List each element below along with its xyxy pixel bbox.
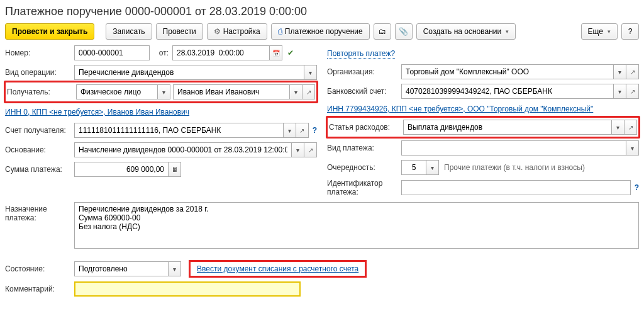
priority-dropdown[interactable]: ▾ bbox=[426, 160, 439, 175]
recipient-label: Получатель: bbox=[7, 88, 76, 96]
create-based-button[interactable]: Создать на основании bbox=[416, 23, 516, 40]
operation-dropdown[interactable]: ▾ bbox=[304, 65, 317, 80]
recipient-type-dropdown[interactable]: ▾ bbox=[158, 84, 170, 99]
print-label: Платежное поручение bbox=[285, 27, 363, 36]
expense-highlight: Статья расходов: ▾ ↗ bbox=[326, 116, 640, 139]
recipient-acct-field[interactable] bbox=[74, 123, 284, 138]
expense-label: Статья расходов: bbox=[329, 123, 403, 132]
org-label: Организация: bbox=[327, 67, 401, 76]
printer-icon: ⎙ bbox=[278, 28, 282, 35]
basis-dropdown[interactable]: ▾ bbox=[292, 142, 304, 157]
sum-field[interactable] bbox=[74, 162, 169, 177]
recipient-acct-help[interactable]: ? bbox=[313, 126, 317, 135]
expense-dropdown[interactable]: ▾ bbox=[612, 120, 625, 135]
ptype-dropdown[interactable]: ▾ bbox=[626, 140, 639, 156]
repeat-payment-link[interactable]: Повторять платеж? bbox=[327, 49, 395, 59]
priority-note: Прочие платежи (в т.ч. налоги и взносы) bbox=[444, 163, 585, 172]
comment-label: Комментарий: bbox=[5, 285, 74, 293]
writeoff-link[interactable]: Ввести документ списания с расчетного сч… bbox=[197, 264, 358, 273]
basis-field[interactable] bbox=[74, 142, 292, 157]
attach-button[interactable]: 📎 bbox=[395, 23, 413, 40]
date-label: от: bbox=[150, 48, 172, 57]
status-label: Состояние: bbox=[5, 264, 74, 273]
help-icon: ? bbox=[628, 27, 633, 36]
operation-label: Вид операции: bbox=[5, 68, 74, 77]
ptype-label: Вид платежа: bbox=[327, 144, 401, 152]
pid-field[interactable] bbox=[401, 180, 631, 195]
toolbar: Провести и закрыть Записать Провести ⚙На… bbox=[5, 23, 639, 40]
org-inn-link[interactable]: ИНН 7799434926, КПП <не требуется>, ООО … bbox=[327, 105, 593, 113]
calculator-icon: 🖩 bbox=[172, 166, 178, 173]
expense-field[interactable] bbox=[403, 120, 612, 135]
posted-icon: ✔ bbox=[287, 49, 294, 57]
comment-field[interactable] bbox=[74, 281, 301, 297]
calendar-button[interactable]: 📅 bbox=[270, 45, 282, 60]
recipient-acct-label: Счет получателя: bbox=[5, 126, 74, 135]
more-button[interactable]: Еще bbox=[581, 23, 618, 40]
writeoff-highlight: Ввести документ списания с расчетного сч… bbox=[189, 260, 367, 278]
sum-label: Сумма платежа: bbox=[5, 165, 74, 174]
bank-dropdown[interactable]: ▾ bbox=[614, 84, 626, 99]
help-button[interactable]: ? bbox=[621, 23, 639, 40]
basis-open[interactable]: ↗ bbox=[304, 142, 317, 157]
calendar-icon: 📅 bbox=[272, 50, 280, 57]
ptype-field[interactable] bbox=[401, 140, 626, 156]
print-button[interactable]: ⎙Платежное поручение bbox=[271, 23, 370, 40]
recipient-name-open[interactable]: ↗ bbox=[303, 84, 315, 99]
structure-icon: 🗂 bbox=[379, 28, 386, 35]
date-field[interactable] bbox=[172, 45, 270, 60]
basis-label: Основание: bbox=[5, 145, 74, 154]
save-button[interactable]: Записать bbox=[106, 23, 152, 40]
pid-help[interactable]: ? bbox=[635, 183, 639, 192]
operation-field[interactable] bbox=[74, 65, 304, 80]
recipient-inn-link[interactable]: ИНН 0, КПП <не требуется>, Иванов Иван И… bbox=[5, 108, 189, 116]
pid-label: Идентификатор платежа: bbox=[327, 179, 401, 196]
recipient-name-field[interactable] bbox=[173, 84, 290, 99]
sum-calc-button[interactable]: 🖩 bbox=[169, 162, 181, 177]
recipient-name-dropdown[interactable]: ▾ bbox=[290, 84, 303, 99]
bank-field[interactable] bbox=[401, 84, 614, 99]
recipient-type-field[interactable] bbox=[76, 84, 158, 99]
post-and-close-button[interactable]: Провести и закрыть bbox=[5, 23, 94, 40]
recipient-highlight: Получатель: ▾ ▾ ↗ bbox=[4, 81, 318, 103]
gear-icon: ⚙ bbox=[214, 28, 221, 35]
priority-label: Очередность: bbox=[327, 163, 401, 172]
org-open[interactable]: ↗ bbox=[626, 64, 639, 79]
recipient-acct-dropdown[interactable]: ▾ bbox=[284, 123, 296, 138]
bank-open[interactable]: ↗ bbox=[626, 84, 639, 99]
paperclip-icon: 📎 bbox=[399, 28, 408, 35]
status-dropdown[interactable]: ▾ bbox=[169, 261, 181, 276]
purpose-textarea[interactable]: Перечисление дивидендов за 2018 г. Сумма… bbox=[74, 202, 639, 249]
settings-button[interactable]: ⚙Настройка bbox=[207, 23, 267, 40]
expense-open[interactable]: ↗ bbox=[625, 120, 637, 135]
org-dropdown[interactable]: ▾ bbox=[614, 64, 626, 79]
settings-label: Настройка bbox=[223, 27, 260, 36]
purpose-label: Назначение платежа: bbox=[5, 202, 74, 222]
structure-button[interactable]: 🗂 bbox=[374, 23, 391, 40]
bank-label: Банковский счет: bbox=[327, 87, 401, 96]
recipient-acct-open[interactable]: ↗ bbox=[296, 123, 309, 138]
number-field[interactable] bbox=[74, 45, 150, 60]
status-field[interactable] bbox=[74, 261, 169, 276]
post-button[interactable]: Провести bbox=[156, 23, 203, 40]
page-title: Платежное поручение 0000-000001 от 28.03… bbox=[5, 5, 639, 18]
org-field[interactable] bbox=[401, 64, 614, 79]
priority-field[interactable] bbox=[401, 160, 426, 175]
number-label: Номер: bbox=[5, 48, 74, 57]
